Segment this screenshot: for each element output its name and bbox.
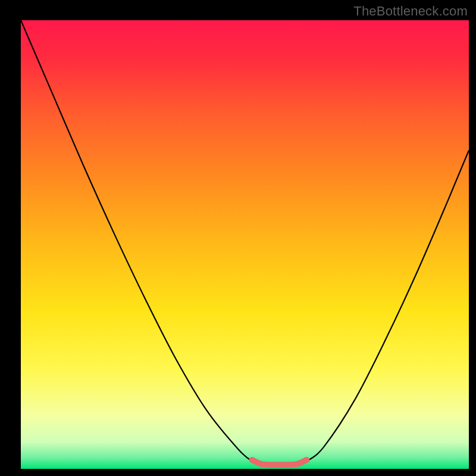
watermark-text: TheBottleneck.com	[353, 4, 468, 19]
chart-frame: TheBottleneck.com	[0, 0, 476, 476]
chart-canvas	[0, 0, 476, 476]
gradient-background	[21, 20, 469, 469]
